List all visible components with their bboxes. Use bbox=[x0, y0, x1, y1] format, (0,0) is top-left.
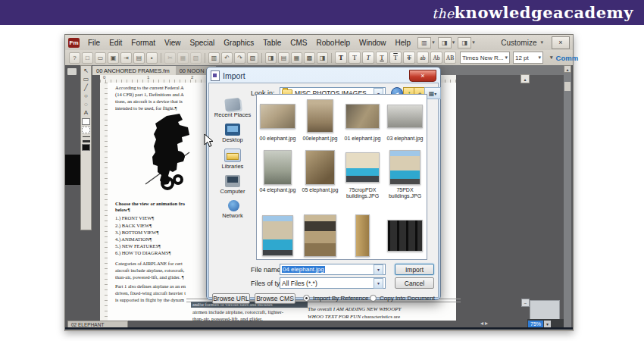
file-item[interactable] bbox=[342, 214, 383, 257]
sidebar-item-network[interactable]: Network bbox=[211, 200, 255, 219]
anchored-image[interactable] bbox=[144, 113, 205, 196]
file-item[interactable]: 01 elephant.jpg bbox=[342, 98, 383, 142]
tab-anchored-frames[interactable]: 00 ANCHORED FRAMES.fm bbox=[92, 66, 176, 75]
browse-url-button[interactable]: Browse URL bbox=[212, 293, 250, 304]
collapsed-panel[interactable] bbox=[530, 300, 560, 320]
file-item[interactable]: 03 elephant.jpg bbox=[385, 98, 425, 142]
file-item[interactable] bbox=[300, 214, 340, 257]
import-button[interactable]: Import bbox=[395, 264, 434, 275]
font-size-select[interactable]: 12 pt▾ bbox=[513, 52, 543, 64]
regular-button[interactable]: T bbox=[349, 52, 361, 64]
copy-into-document-radio[interactable]: Copy Into Document bbox=[370, 295, 435, 302]
chevron-down-icon[interactable]: ▾ bbox=[544, 321, 551, 327]
files-of-type-select[interactable]: All Files (*.*) ▾ bbox=[280, 277, 386, 289]
cut-icon[interactable]: ✂ bbox=[164, 52, 176, 64]
help-icon[interactable]: ? bbox=[69, 52, 80, 64]
menu-view[interactable]: View bbox=[160, 38, 186, 48]
strikethrough-button[interactable]: T bbox=[403, 52, 415, 64]
paste-icon[interactable]: ▧ bbox=[190, 52, 202, 64]
file-item[interactable]: 00 elephant.jpg bbox=[258, 98, 298, 142]
new-doc-icon[interactable]: □ bbox=[82, 52, 93, 64]
font-family-select[interactable]: Times New R...▾ bbox=[460, 52, 510, 64]
smallcaps-button[interactable]: Ab bbox=[430, 52, 442, 64]
file-item[interactable]: 05 elephant.jpg bbox=[300, 149, 340, 193]
zoom-value[interactable]: 75% bbox=[528, 321, 543, 327]
window-arrange-icon[interactable]: ◨ bbox=[458, 37, 471, 48]
thick-line-swatch[interactable] bbox=[83, 140, 90, 142]
menu-graphics[interactable]: Graphics bbox=[219, 38, 258, 48]
sidebar-item-recent-places[interactable]: Recent Places bbox=[211, 99, 255, 118]
lowercase-button[interactable]: ab bbox=[417, 52, 429, 64]
import-by-reference-radio[interactable]: Import By Reference bbox=[303, 295, 368, 302]
next-page-icon[interactable]: ▸ bbox=[485, 320, 489, 327]
vertical-scrollbar[interactable]: ▴ bbox=[564, 65, 571, 330]
panel-expand-button[interactable]: ▴ bbox=[521, 74, 530, 83]
file-item[interactable]: 04 elephant.jpg bbox=[258, 149, 298, 193]
copy-icon[interactable]: ▦ bbox=[177, 52, 189, 64]
fill-swatch[interactable] bbox=[82, 118, 90, 125]
pointer-tool-icon[interactable]: ↖ bbox=[83, 67, 89, 75]
bold-button[interactable]: T bbox=[335, 52, 347, 64]
italic-button[interactable]: T bbox=[362, 52, 374, 64]
color-black-swatch[interactable] bbox=[82, 144, 90, 151]
layout-view-icon[interactable]: ▥ bbox=[417, 37, 431, 48]
file-item[interactable] bbox=[258, 214, 298, 257]
view-borders-icon[interactable]: ◨ bbox=[265, 52, 277, 64]
cancel-button[interactable]: Cancel bbox=[395, 277, 434, 289]
lock-icon[interactable]: ▪ bbox=[146, 52, 158, 64]
redo-icon[interactable]: ↷ bbox=[234, 52, 245, 64]
sidebar-item-libraries[interactable]: Libraries bbox=[211, 149, 255, 170]
file-name-input[interactable]: 04 elephant.jpg ▾ bbox=[280, 264, 386, 275]
menu-special[interactable]: Special bbox=[186, 38, 220, 48]
menu-edit[interactable]: Edit bbox=[105, 38, 127, 48]
menu-robohelp[interactable]: RoboHelp bbox=[312, 38, 355, 48]
overline-button[interactable]: T bbox=[389, 52, 402, 64]
circle-tool-icon[interactable]: ○ bbox=[84, 92, 88, 100]
customize-menu[interactable]: Customize ▾ bbox=[501, 39, 544, 47]
panel-minimize-button[interactable]: − bbox=[521, 299, 530, 307]
text-symbols-icon[interactable]: ▤ bbox=[278, 52, 289, 64]
undo-icon[interactable]: ↶ bbox=[221, 52, 233, 64]
dialog-title-bar[interactable]: Import × bbox=[208, 69, 439, 83]
menu-window[interactable]: Window bbox=[355, 38, 391, 48]
print-icon[interactable]: ▤ bbox=[133, 52, 145, 64]
save-icon[interactable]: ▣ bbox=[108, 52, 119, 64]
table-icon[interactable]: ▦ bbox=[291, 52, 302, 64]
scrollbar-thumb[interactable] bbox=[564, 82, 571, 91]
browse-cms-button[interactable]: Browse CMS bbox=[255, 293, 295, 304]
menu-cms[interactable]: CMS bbox=[286, 38, 311, 48]
uppercase-button[interactable]: AB bbox=[444, 52, 456, 64]
page-nav-arrows[interactable]: ◂▸ bbox=[480, 320, 489, 327]
file-list[interactable]: 00 elephant.jpg 00elephant.jpg 01 elepha… bbox=[256, 94, 427, 260]
sidebar-item-computer[interactable]: Computer bbox=[211, 175, 255, 195]
menu-table[interactable]: Table bbox=[258, 38, 286, 48]
paste-special-icon[interactable]: ▧ bbox=[247, 52, 258, 64]
columns-view-icon[interactable]: ◨ bbox=[438, 37, 452, 48]
chevron-down-icon[interactable]: ▾ bbox=[472, 39, 475, 45]
text-tool-icon[interactable]: A bbox=[84, 109, 88, 117]
comments-menu[interactable]: ▾Comm bbox=[549, 54, 578, 62]
sidebar-item-desktop[interactable]: Desktop bbox=[211, 124, 255, 143]
open-icon[interactable]: ▭ bbox=[95, 52, 106, 64]
menu-format[interactable]: Format bbox=[127, 38, 160, 48]
scroll-up-icon[interactable]: ▴ bbox=[564, 65, 571, 73]
thin-line-swatch[interactable] bbox=[83, 136, 90, 137]
line-tool-icon[interactable]: ╱ bbox=[84, 84, 88, 92]
oval-tool-icon[interactable]: ◌ bbox=[84, 101, 88, 108]
menu-help[interactable]: Help bbox=[391, 38, 416, 48]
file-item[interactable]: 75PDX buildings.JPG bbox=[385, 149, 425, 199]
chevron-down-icon[interactable]: ▾ bbox=[452, 39, 455, 45]
file-item[interactable] bbox=[385, 214, 425, 257]
file-item[interactable]: 00elephant.jpg bbox=[300, 98, 340, 142]
underline-button[interactable]: T bbox=[376, 52, 388, 64]
file-item[interactable]: 75cropPDX buildings.JPG bbox=[342, 149, 383, 199]
menu-file[interactable]: File bbox=[83, 38, 105, 48]
thumbnails-icon[interactable]: ◨ bbox=[317, 52, 328, 64]
clipboard-icon[interactable]: ▥ bbox=[208, 52, 220, 64]
chevron-down-icon[interactable]: ▾ bbox=[432, 39, 435, 45]
grid-icon[interactable]: ▩ bbox=[304, 52, 315, 64]
window-close-button[interactable]: × bbox=[552, 36, 570, 49]
rectangle-tool-icon[interactable]: ▭ bbox=[83, 76, 89, 83]
dialog-close-button[interactable]: × bbox=[409, 70, 436, 82]
pen-swatch[interactable] bbox=[82, 127, 90, 133]
